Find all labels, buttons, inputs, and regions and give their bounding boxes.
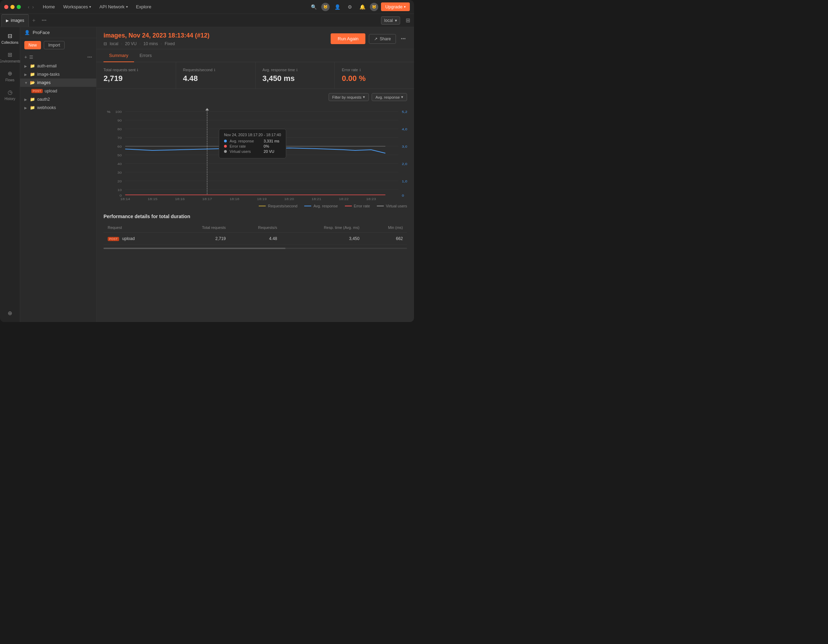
environment-dropdown[interactable]: local ▾ [381,16,400,25]
chevron-down-icon: ▾ [404,5,406,9]
svg-text:18:22: 18:22 [339,197,349,201]
filter-icon[interactable]: ☰ [29,55,33,60]
chevron-down-icon: ▾ [401,95,403,99]
more-icon[interactable]: ••• [87,55,92,60]
cell-min-ms: 662 [364,233,407,245]
folder-icon: 📁 [30,72,35,77]
tab-images[interactable]: ▶ images [2,14,29,27]
new-import-row: New Import [20,38,96,52]
search-button[interactable]: 🔍 [309,2,318,12]
sidebar-item-history[interactable]: ◷ History [2,86,19,104]
workspace-header: 👤 ProFace [20,27,96,38]
upgrade-button[interactable]: Upgrade ▾ [381,2,410,11]
svg-text:18:14: 18:14 [120,197,130,201]
grid-layout-icon[interactable]: ⊞ [403,16,412,25]
chevron-down-icon: ▾ [126,5,128,9]
add-collection-icon[interactable]: + [24,54,27,60]
nav-workspaces[interactable]: Workspaces ▾ [60,3,94,11]
new-tab-button[interactable]: + [30,17,38,24]
svg-text:18:23: 18:23 [366,197,376,201]
svg-text:18:17: 18:17 [202,197,212,201]
tab-summary[interactable]: Summary [104,49,134,62]
more-tabs-button[interactable]: ••• [39,18,49,23]
svg-text:18:20: 18:20 [284,197,294,201]
col-avg-ms: Resp. time (Avg. ms) [281,223,364,233]
share-button[interactable]: ↗ Share [369,34,396,44]
svg-text:80: 80 [118,127,122,131]
chart-wrapper: 100 90 80 70 60 50 40 30 20 10 0 % [104,105,407,202]
tree-item-oauth2[interactable]: ▶ 📁 oauth2 [20,95,96,104]
svg-text:40: 40 [118,162,122,166]
svg-text:1,000: 1,000 [402,179,407,183]
close-button[interactable] [4,5,8,9]
filter-requests-button[interactable]: Filter by requests ▾ [329,93,369,101]
main-content: images, Nov 24, 2023 18:13:44 (#12) ⊟ lo… [97,27,414,322]
legend-error-rate: Error rate [345,204,370,208]
post-method-badge: POST [108,237,119,241]
tree-item-auth-email[interactable]: ▶ 📁 auth-email [20,62,96,70]
content-header: images, Nov 24, 2023 18:13:44 (#12) ⊟ lo… [97,27,414,49]
tree-item-image-tasks[interactable]: ▶ 📁 image-tasks [20,70,96,79]
nav-api-network[interactable]: API Network ▾ [96,3,131,11]
svg-text:100: 100 [115,110,122,113]
expand-arrow-icon: ▼ [24,81,28,85]
svg-text:70: 70 [118,136,122,140]
import-button[interactable]: Import [44,41,64,49]
svg-text:20: 20 [118,179,122,183]
col-request: Request [104,223,170,233]
svg-text:60: 60 [118,145,122,148]
titlebar: ‹ › Home Workspaces ▾ API Network ▾ Expl… [0,0,414,14]
extra-icon: ⊕ [8,310,12,316]
invite-button[interactable]: 👤 [332,2,342,12]
traffic-lights [4,5,21,9]
settings-icon[interactable]: ⚙ [345,2,354,12]
chart-controls: Filter by requests ▾ Avg. response ▾ [104,93,407,101]
perf-title: Performance details for total duration [104,214,407,219]
nav-home[interactable]: Home [39,3,58,11]
minimize-button[interactable] [10,5,14,9]
notifications-icon[interactable]: 🔔 [358,2,367,12]
nav-explore[interactable]: Explore [133,3,155,11]
sidebar-item-environments[interactable]: ⊞ Environments [2,49,19,66]
collections-icon: ⊟ [8,33,12,39]
perf-section: Performance details for total duration R… [104,214,407,249]
folder-icon: 📁 [30,97,35,102]
back-arrow-icon[interactable]: ‹ [28,4,30,10]
tree-item-images[interactable]: ▼ 📂 images [20,79,96,87]
metric-selector-button[interactable]: Avg. response ▾ [372,93,407,101]
tab-errors[interactable]: Errors [134,49,157,62]
chart-area: Filter by requests ▾ Avg. response ▾ [97,89,414,322]
stats-row: Total requests sent ℹ 2,719 Requests/sec… [97,62,414,89]
stat-value-total: 2,719 [104,74,169,83]
collections-toolbar: + ☰ ••• [20,52,96,62]
sidebar-item-extra[interactable]: ⊕ [2,307,19,319]
tree-item-webhooks[interactable]: ▶ 📁 webhooks [20,104,96,112]
legend-line-avg [304,206,311,206]
stat-requests-per-sec: Requests/second ℹ 4.48 [176,62,256,89]
run-icon: ▶ [6,19,9,23]
info-icon: ℹ [137,68,138,72]
svg-text:3,000: 3,000 [402,145,407,148]
more-options-icon[interactable]: ••• [400,35,407,43]
chevron-down-icon: ▾ [395,18,397,23]
post-method-badge: POST [31,89,43,93]
col-rps: Requests/s [230,223,281,233]
legend-avg-response: Avg. response [304,204,337,208]
share-icon: ↗ [374,36,378,41]
sidebar-item-collections[interactable]: ⊟ Collections [2,30,19,47]
maximize-button[interactable] [17,5,21,9]
forward-arrow-icon[interactable]: › [32,4,34,10]
svg-marker-39 [205,108,209,110]
new-button[interactable]: New [24,41,41,49]
flows-icon: ⊕ [8,70,12,77]
content-tabs: Summary Errors [97,49,414,62]
run-again-button[interactable]: Run Again [331,33,365,44]
history-icon: ◷ [8,89,13,96]
tree-item-upload[interactable]: POST upload [20,87,96,95]
sidebar-item-flows[interactable]: ⊕ Flows [2,68,19,85]
workspace-name: ProFace [33,30,50,35]
avatar-1[interactable]: 🐱 [321,3,329,11]
expand-arrow-icon: ▶ [24,64,28,68]
avatar-2[interactable]: 🐱 [370,3,378,11]
content-header-row: images, Nov 24, 2023 18:13:44 (#12) ⊟ lo… [104,32,407,46]
